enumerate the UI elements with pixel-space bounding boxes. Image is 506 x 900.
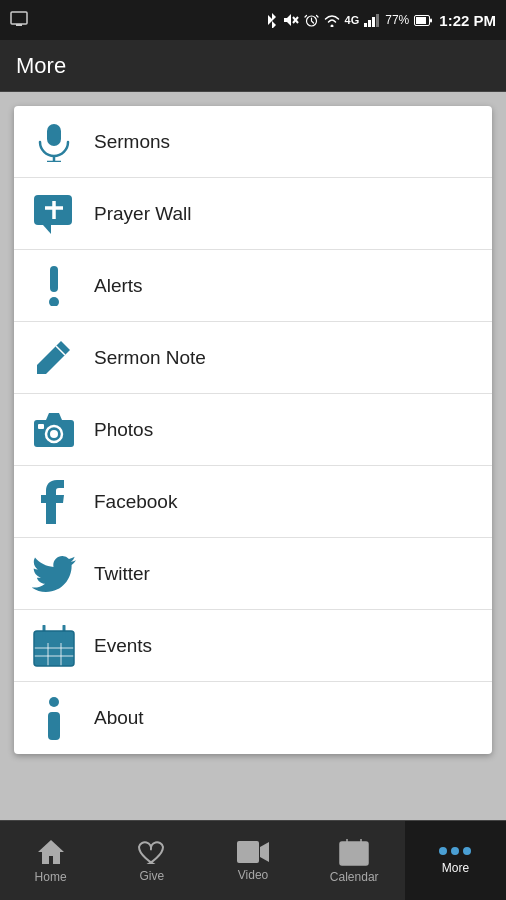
- page-title: More: [16, 53, 66, 79]
- svg-point-25: [50, 430, 58, 438]
- cross-bubble-icon: [30, 190, 78, 238]
- exclamation-icon: [30, 262, 78, 310]
- svg-rect-8: [372, 17, 375, 27]
- svg-rect-20: [50, 266, 58, 292]
- alarm-icon: [304, 13, 319, 28]
- microphone-icon: [30, 118, 78, 166]
- menu-label-sermon-note: Sermon Note: [94, 347, 206, 369]
- svg-rect-37: [48, 712, 60, 740]
- svg-marker-40: [260, 842, 269, 862]
- battery-icon: [414, 15, 432, 26]
- menu-item-about[interactable]: About: [14, 682, 492, 754]
- menu-item-events[interactable]: Events: [14, 610, 492, 682]
- signal-icon: [364, 14, 380, 27]
- svg-rect-12: [430, 18, 432, 22]
- house-icon: [36, 838, 66, 866]
- svg-marker-2: [284, 14, 291, 26]
- nav-item-video[interactable]: Video: [202, 821, 303, 900]
- network-badge: 4G: [345, 14, 360, 26]
- status-time: 1:22 PM: [439, 12, 496, 29]
- bluetooth-icon: [266, 12, 278, 28]
- svg-rect-9: [376, 14, 379, 27]
- pencil-icon: [30, 334, 78, 382]
- svg-rect-7: [368, 20, 371, 27]
- svg-rect-28: [34, 631, 74, 643]
- menu-label-alerts: Alerts: [94, 275, 143, 297]
- menu-item-sermon-note[interactable]: Sermon Note: [14, 322, 492, 394]
- mute-icon: [283, 13, 299, 27]
- menu-item-alerts[interactable]: Alerts: [14, 250, 492, 322]
- nav-item-home[interactable]: Home: [0, 821, 101, 900]
- main-content: Sermons Prayer Wall Alerts: [0, 92, 506, 820]
- svg-rect-6: [364, 23, 367, 27]
- svg-point-36: [49, 697, 59, 707]
- nav-label-calendar: Calendar: [330, 870, 379, 884]
- svg-rect-39: [237, 841, 259, 863]
- bottom-nav: Home Give Video Calendar: [0, 820, 506, 900]
- svg-rect-1: [16, 24, 22, 26]
- nav-item-more[interactable]: More: [405, 821, 506, 900]
- calendar-nav-icon: [339, 838, 369, 866]
- svg-rect-26: [38, 424, 44, 429]
- svg-rect-0: [11, 12, 27, 24]
- status-icons: 4G 77% 1:22 PM: [266, 12, 496, 29]
- battery-text: 77%: [385, 13, 409, 27]
- menu-item-prayer-wall[interactable]: Prayer Wall: [14, 178, 492, 250]
- svg-rect-13: [47, 124, 61, 146]
- menu-item-photos[interactable]: Photos: [14, 394, 492, 466]
- menu-item-sermons[interactable]: Sermons: [14, 106, 492, 178]
- nav-label-more: More: [442, 861, 469, 875]
- calendar-icon: [30, 622, 78, 670]
- heart-icon: [137, 839, 167, 865]
- svg-point-21: [49, 297, 59, 306]
- menu-card: Sermons Prayer Wall Alerts: [14, 106, 492, 754]
- menu-item-facebook[interactable]: Facebook: [14, 466, 492, 538]
- menu-label-events: Events: [94, 635, 152, 657]
- menu-label-twitter: Twitter: [94, 563, 150, 585]
- info-icon: [30, 694, 78, 742]
- menu-label-prayer-wall: Prayer Wall: [94, 203, 191, 225]
- nav-label-home: Home: [35, 870, 67, 884]
- svg-marker-17: [43, 225, 51, 234]
- menu-item-twitter[interactable]: Twitter: [14, 538, 492, 610]
- screen-icon: [10, 11, 28, 30]
- app-header: More: [0, 40, 506, 92]
- nav-label-video: Video: [238, 868, 268, 882]
- camera-icon: [30, 406, 78, 454]
- nav-label-give: Give: [139, 869, 164, 883]
- status-left: [10, 11, 28, 30]
- menu-label-about: About: [94, 707, 144, 729]
- status-bar: 4G 77% 1:22 PM: [0, 0, 506, 40]
- menu-label-facebook: Facebook: [94, 491, 177, 513]
- svg-rect-11: [416, 17, 426, 24]
- dots-icon: [439, 847, 471, 855]
- twitter-icon: [30, 550, 78, 598]
- menu-label-photos: Photos: [94, 419, 153, 441]
- wifi-icon: [324, 14, 340, 27]
- nav-item-give[interactable]: Give: [101, 821, 202, 900]
- video-icon: [236, 840, 270, 864]
- facebook-icon: [30, 478, 78, 526]
- menu-label-sermons: Sermons: [94, 131, 170, 153]
- nav-item-calendar[interactable]: Calendar: [304, 821, 405, 900]
